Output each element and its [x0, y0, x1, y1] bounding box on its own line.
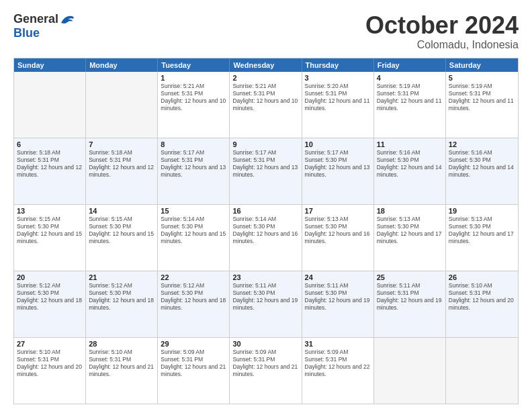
cell-info: Sunrise: 5:16 AM Sunset: 5:30 PM Dayligh…	[377, 149, 443, 179]
logo-bird-icon	[60, 13, 75, 26]
calendar-cell: 14Sunrise: 5:15 AM Sunset: 5:30 PM Dayli…	[86, 205, 158, 271]
calendar-cell: 19Sunrise: 5:13 AM Sunset: 5:30 PM Dayli…	[446, 205, 518, 271]
cell-info: Sunrise: 5:20 AM Sunset: 5:31 PM Dayligh…	[305, 83, 371, 112]
cell-date: 3	[305, 74, 371, 82]
calendar-cell: 28Sunrise: 5:10 AM Sunset: 5:31 PM Dayli…	[86, 338, 158, 404]
calendar-cell: 23Sunrise: 5:11 AM Sunset: 5:30 PM Dayli…	[230, 271, 302, 337]
cell-info: Sunrise: 5:10 AM Sunset: 5:31 PM Dayligh…	[449, 282, 515, 312]
cell-date: 18	[377, 207, 443, 215]
cell-info: Sunrise: 5:10 AM Sunset: 5:31 PM Dayligh…	[89, 349, 154, 378]
cell-date: 1	[161, 74, 226, 82]
cell-date: 22	[161, 273, 226, 281]
calendar-row: 13Sunrise: 5:15 AM Sunset: 5:30 PM Dayli…	[14, 204, 518, 271]
calendar-cell: 12Sunrise: 5:16 AM Sunset: 5:30 PM Dayli…	[446, 138, 518, 204]
calendar-row: 27Sunrise: 5:10 AM Sunset: 5:31 PM Dayli…	[14, 337, 518, 404]
calendar-row: 1Sunrise: 5:21 AM Sunset: 5:31 PM Daylig…	[14, 72, 518, 138]
cell-info: Sunrise: 5:18 AM Sunset: 5:31 PM Dayligh…	[89, 149, 154, 179]
calendar-header-cell: Saturday	[446, 58, 518, 72]
cell-info: Sunrise: 5:09 AM Sunset: 5:31 PM Dayligh…	[232, 349, 298, 378]
calendar-cell: 7Sunrise: 5:18 AM Sunset: 5:31 PM Daylig…	[86, 138, 158, 204]
cell-info: Sunrise: 5:17 AM Sunset: 5:31 PM Dayligh…	[161, 149, 226, 179]
cell-date: 11	[377, 140, 443, 148]
page: General Blue October 2024 Colomadu, Indo…	[0, 0, 532, 411]
cell-date: 29	[161, 340, 226, 348]
calendar-cell	[86, 72, 158, 138]
cell-info: Sunrise: 5:10 AM Sunset: 5:31 PM Dayligh…	[17, 349, 83, 378]
cell-info: Sunrise: 5:17 AM Sunset: 5:31 PM Dayligh…	[232, 149, 298, 179]
calendar-cell: 29Sunrise: 5:09 AM Sunset: 5:31 PM Dayli…	[158, 338, 230, 404]
cell-info: Sunrise: 5:17 AM Sunset: 5:30 PM Dayligh…	[305, 149, 371, 179]
cell-info: Sunrise: 5:21 AM Sunset: 5:31 PM Dayligh…	[232, 83, 298, 112]
logo: General Blue	[13, 12, 75, 40]
cell-info: Sunrise: 5:15 AM Sunset: 5:30 PM Dayligh…	[17, 216, 83, 245]
cell-info: Sunrise: 5:09 AM Sunset: 5:31 PM Dayligh…	[305, 349, 371, 378]
calendar-cell: 6Sunrise: 5:18 AM Sunset: 5:31 PM Daylig…	[14, 138, 86, 204]
calendar-cell: 8Sunrise: 5:17 AM Sunset: 5:31 PM Daylig…	[158, 138, 230, 204]
cell-info: Sunrise: 5:13 AM Sunset: 5:30 PM Dayligh…	[449, 216, 515, 245]
cell-date: 27	[17, 340, 83, 348]
logo-general-text: General	[13, 12, 58, 26]
logo-blue-text: Blue	[13, 26, 40, 40]
calendar-cell: 10Sunrise: 5:17 AM Sunset: 5:30 PM Dayli…	[302, 138, 374, 204]
calendar-cell: 3Sunrise: 5:20 AM Sunset: 5:31 PM Daylig…	[302, 72, 374, 138]
calendar-cell: 16Sunrise: 5:14 AM Sunset: 5:30 PM Dayli…	[230, 205, 302, 271]
calendar-cell: 30Sunrise: 5:09 AM Sunset: 5:31 PM Dayli…	[230, 338, 302, 404]
cell-info: Sunrise: 5:11 AM Sunset: 5:30 PM Dayligh…	[232, 282, 298, 312]
calendar-cell: 31Sunrise: 5:09 AM Sunset: 5:31 PM Dayli…	[302, 338, 374, 404]
cell-date: 13	[17, 207, 83, 215]
header: General Blue October 2024 Colomadu, Indo…	[13, 12, 519, 51]
calendar-body: 1Sunrise: 5:21 AM Sunset: 5:31 PM Daylig…	[14, 72, 518, 404]
cell-date: 7	[89, 140, 154, 148]
calendar-cell: 13Sunrise: 5:15 AM Sunset: 5:30 PM Dayli…	[14, 205, 86, 271]
calendar-header: SundayMondayTuesdayWednesdayThursdayFrid…	[14, 58, 518, 72]
calendar-cell	[446, 338, 518, 404]
cell-info: Sunrise: 5:19 AM Sunset: 5:31 PM Dayligh…	[377, 83, 443, 112]
cell-date: 17	[305, 207, 371, 215]
calendar-row: 6Sunrise: 5:18 AM Sunset: 5:31 PM Daylig…	[14, 138, 518, 204]
cell-date: 6	[17, 140, 83, 148]
calendar-header-cell: Thursday	[302, 58, 374, 72]
calendar-cell: 22Sunrise: 5:12 AM Sunset: 5:30 PM Dayli…	[158, 271, 230, 337]
calendar-cell: 21Sunrise: 5:12 AM Sunset: 5:30 PM Dayli…	[86, 271, 158, 337]
cell-info: Sunrise: 5:21 AM Sunset: 5:31 PM Dayligh…	[161, 83, 226, 112]
cell-date: 23	[232, 273, 298, 281]
calendar-cell: 26Sunrise: 5:10 AM Sunset: 5:31 PM Dayli…	[446, 271, 518, 337]
title-block: October 2024 Colomadu, Indonesia	[365, 12, 519, 51]
cell-date: 28	[89, 340, 154, 348]
cell-info: Sunrise: 5:13 AM Sunset: 5:30 PM Dayligh…	[377, 216, 443, 245]
calendar-cell	[374, 338, 446, 404]
cell-info: Sunrise: 5:11 AM Sunset: 5:30 PM Dayligh…	[305, 282, 371, 312]
calendar-cell: 11Sunrise: 5:16 AM Sunset: 5:30 PM Dayli…	[374, 138, 446, 204]
cell-date: 4	[377, 74, 443, 82]
cell-info: Sunrise: 5:14 AM Sunset: 5:30 PM Dayligh…	[161, 216, 226, 245]
calendar-cell: 18Sunrise: 5:13 AM Sunset: 5:30 PM Dayli…	[374, 205, 446, 271]
location: Colomadu, Indonesia	[365, 39, 519, 51]
cell-date: 24	[305, 273, 371, 281]
calendar-header-cell: Friday	[374, 58, 446, 72]
calendar-cell	[14, 72, 86, 138]
cell-info: Sunrise: 5:12 AM Sunset: 5:30 PM Dayligh…	[89, 282, 154, 312]
calendar-header-cell: Tuesday	[158, 58, 230, 72]
cell-info: Sunrise: 5:09 AM Sunset: 5:31 PM Dayligh…	[161, 349, 226, 378]
calendar-cell: 15Sunrise: 5:14 AM Sunset: 5:30 PM Dayli…	[158, 205, 230, 271]
calendar-cell: 1Sunrise: 5:21 AM Sunset: 5:31 PM Daylig…	[158, 72, 230, 138]
cell-date: 26	[449, 273, 515, 281]
calendar-header-cell: Sunday	[14, 58, 86, 72]
calendar-cell: 24Sunrise: 5:11 AM Sunset: 5:30 PM Dayli…	[302, 271, 374, 337]
cell-date: 30	[232, 340, 298, 348]
cell-info: Sunrise: 5:14 AM Sunset: 5:30 PM Dayligh…	[232, 216, 298, 245]
cell-info: Sunrise: 5:13 AM Sunset: 5:30 PM Dayligh…	[305, 216, 371, 245]
cell-date: 10	[305, 140, 371, 148]
calendar-cell: 5Sunrise: 5:19 AM Sunset: 5:31 PM Daylig…	[446, 72, 518, 138]
calendar-row: 20Sunrise: 5:12 AM Sunset: 5:30 PM Dayli…	[14, 271, 518, 337]
cell-date: 12	[449, 140, 515, 148]
cell-date: 9	[232, 140, 298, 148]
calendar-header-cell: Monday	[86, 58, 158, 72]
cell-info: Sunrise: 5:12 AM Sunset: 5:30 PM Dayligh…	[161, 282, 226, 312]
cell-date: 16	[232, 207, 298, 215]
cell-info: Sunrise: 5:16 AM Sunset: 5:30 PM Dayligh…	[449, 149, 515, 179]
cell-date: 14	[89, 207, 154, 215]
month-title: October 2024	[365, 12, 519, 39]
calendar-cell: 17Sunrise: 5:13 AM Sunset: 5:30 PM Dayli…	[302, 205, 374, 271]
cell-info: Sunrise: 5:12 AM Sunset: 5:30 PM Dayligh…	[17, 282, 83, 312]
